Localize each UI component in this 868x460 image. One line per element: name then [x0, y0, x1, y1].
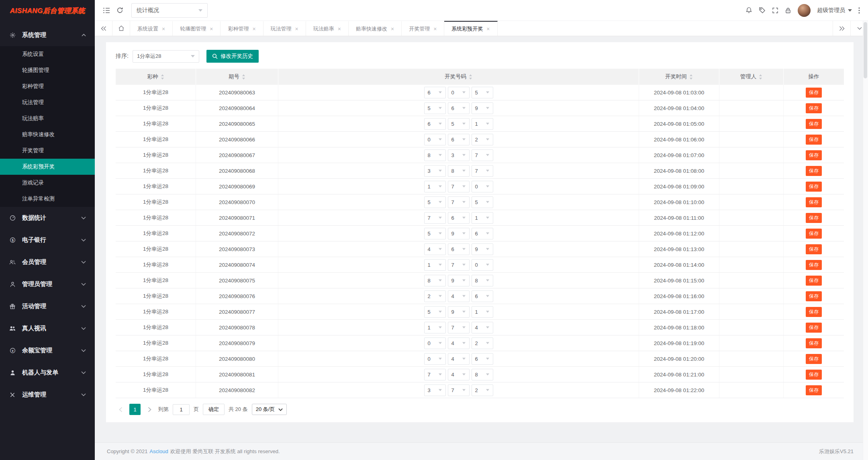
page-size-select[interactable]: 20 条/页: [252, 404, 287, 415]
sort-icon[interactable]: [469, 74, 472, 80]
number-select[interactable]: 6: [424, 87, 446, 98]
sidebar-item[interactable]: 游戏记录: [0, 175, 95, 191]
prev-page-button[interactable]: [116, 404, 125, 415]
sidebar-group[interactable]: 数据统计: [0, 207, 95, 229]
tab[interactable]: 赔率快速修改×: [349, 21, 402, 36]
sidebar-group[interactable]: 活动管理: [0, 295, 95, 317]
number-select[interactable]: 4: [448, 369, 470, 380]
number-select[interactable]: 2: [472, 384, 493, 396]
number-select[interactable]: 3: [424, 165, 446, 177]
sidebar-item[interactable]: 彩种管理: [0, 78, 95, 94]
number-select[interactable]: 5: [472, 196, 493, 208]
tab-close-icon[interactable]: ×: [210, 26, 213, 32]
number-select[interactable]: 0: [472, 259, 493, 271]
refresh-icon[interactable]: [116, 7, 123, 14]
number-select[interactable]: 8: [472, 369, 493, 380]
number-select[interactable]: 7: [448, 196, 470, 208]
tab[interactable]: 系统彩预开奖×: [444, 21, 497, 36]
save-button[interactable]: 保存: [806, 307, 822, 317]
sidebar-group[interactable]: 系统管理: [0, 24, 95, 46]
number-select[interactable]: 3: [448, 149, 470, 161]
sort-icon[interactable]: [759, 74, 762, 80]
confirm-button[interactable]: 确定: [203, 404, 225, 415]
notifications-bell-icon[interactable]: [745, 7, 752, 14]
sidebar-group[interactable]: 运维管理: [0, 384, 95, 406]
number-select[interactable]: 5: [424, 196, 446, 208]
number-select[interactable]: 1: [472, 118, 493, 130]
nav-select[interactable]: 统计概况: [131, 3, 208, 18]
edit-draw-history-button[interactable]: 修改开奖历史: [206, 50, 259, 63]
number-select[interactable]: 9: [472, 102, 493, 114]
save-button[interactable]: 保存: [806, 385, 822, 395]
number-select[interactable]: 0: [424, 337, 446, 349]
number-select[interactable]: 0: [472, 181, 493, 192]
tab-close-icon[interactable]: ×: [433, 26, 437, 32]
number-select[interactable]: 4: [448, 337, 470, 349]
save-button[interactable]: 保存: [806, 354, 822, 364]
sidebar-item[interactable]: 玩法赔率: [0, 110, 95, 127]
kebab-menu-icon[interactable]: [858, 7, 860, 14]
number-select[interactable]: 9: [448, 228, 470, 239]
number-select[interactable]: 6: [472, 228, 493, 239]
avatar[interactable]: [798, 4, 811, 17]
sidebar-group[interactable]: 会员管理: [0, 251, 95, 273]
sidebar-item[interactable]: 赔率快速修改: [0, 127, 95, 143]
sidebar-item[interactable]: 玩法管理: [0, 94, 95, 110]
tab[interactable]: 系统设置×: [130, 21, 173, 36]
save-button[interactable]: 保存: [806, 166, 822, 176]
number-select[interactable]: 6: [448, 243, 470, 255]
number-select[interactable]: 4: [448, 290, 470, 302]
number-select[interactable]: 8: [448, 165, 470, 177]
save-button[interactable]: 保存: [806, 291, 822, 301]
number-select[interactable]: 8: [424, 275, 446, 286]
number-select[interactable]: 5: [424, 228, 446, 239]
number-select[interactable]: 1: [424, 259, 446, 271]
save-button[interactable]: 保存: [806, 323, 822, 333]
number-select[interactable]: 1: [472, 306, 493, 318]
number-select[interactable]: 3: [424, 384, 446, 396]
sidebar-item[interactable]: 系统设置: [0, 46, 95, 62]
save-button[interactable]: 保存: [806, 370, 822, 380]
tab-close-icon[interactable]: ×: [295, 26, 298, 32]
sort-icon[interactable]: [689, 74, 693, 80]
save-button[interactable]: 保存: [806, 103, 822, 113]
sidebar-toggle-icon[interactable]: [103, 8, 110, 13]
number-select[interactable]: 7: [472, 165, 493, 177]
save-button[interactable]: 保存: [806, 229, 822, 239]
tab-close-icon[interactable]: ×: [486, 26, 490, 32]
number-select[interactable]: 2: [472, 337, 493, 349]
number-select[interactable]: 7: [424, 369, 446, 380]
save-button[interactable]: 保存: [806, 276, 822, 286]
goto-page-input[interactable]: [173, 404, 190, 415]
scrollbar-thumb[interactable]: [864, 22, 867, 78]
tab[interactable]: 开奖管理×: [402, 21, 444, 36]
number-select[interactable]: 5: [424, 306, 446, 318]
save-button[interactable]: 保存: [806, 338, 822, 348]
ascloud-link[interactable]: Ascloud: [149, 448, 168, 454]
number-select[interactable]: 6: [448, 102, 470, 114]
number-select[interactable]: 2: [472, 134, 493, 145]
number-select[interactable]: 7: [448, 384, 470, 396]
save-button[interactable]: 保存: [806, 213, 822, 223]
number-select[interactable]: 1: [424, 181, 446, 192]
tab[interactable]: 轮播图管理×: [173, 21, 221, 36]
number-select[interactable]: 8: [472, 275, 493, 286]
number-select[interactable]: 5: [448, 118, 470, 130]
number-select[interactable]: 7: [448, 322, 470, 333]
save-button[interactable]: 保存: [806, 150, 822, 160]
number-select[interactable]: 9: [448, 306, 470, 318]
number-select[interactable]: 0: [424, 353, 446, 365]
number-select[interactable]: 6: [424, 118, 446, 130]
tab[interactable]: 玩法管理×: [263, 21, 306, 36]
tab-close-icon[interactable]: ×: [391, 26, 394, 32]
sort-icon[interactable]: [161, 74, 164, 80]
tabs-scroll-right-icon[interactable]: [833, 21, 850, 36]
lock-icon[interactable]: [785, 7, 791, 14]
save-button[interactable]: 保存: [806, 135, 822, 145]
save-button[interactable]: 保存: [806, 88, 822, 98]
number-select[interactable]: 6: [472, 290, 493, 302]
number-select[interactable]: 5: [472, 87, 493, 98]
tab-close-icon[interactable]: ×: [252, 26, 255, 32]
number-select[interactable]: 2: [424, 290, 446, 302]
number-select[interactable]: 4: [424, 243, 446, 255]
